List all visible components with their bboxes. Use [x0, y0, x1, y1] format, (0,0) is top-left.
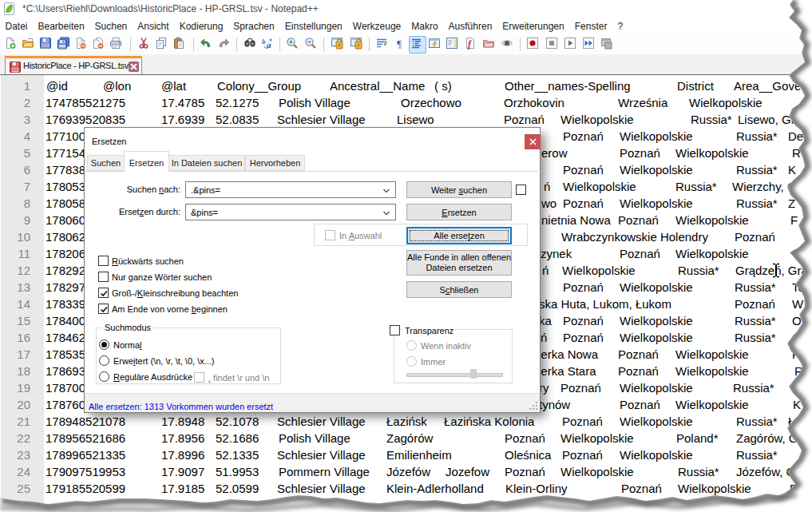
editor-cell: Lisewo	[397, 111, 434, 128]
menu-einstellungen[interactable]: Einstellungen	[279, 18, 347, 35]
redo-icon[interactable]	[217, 37, 232, 51]
replace-button[interactable]: Ersetzen	[406, 204, 512, 220]
menu-suchen[interactable]: Suchen	[89, 18, 133, 35]
menu-bar: DateiBearbeitenSuchenAnsichtKodierungSpr…	[0, 18, 812, 35]
editor-cell: Wielkopolskie	[675, 346, 749, 363]
combo-chevron-icon[interactable]	[383, 210, 390, 216]
search-mode-radio[interactable]	[99, 371, 109, 382]
tab-close-icon[interactable]	[129, 62, 139, 72]
sync-vertical-icon[interactable]	[331, 37, 345, 51]
in-selection-checkbox[interactable]	[325, 230, 335, 240]
macro-record-icon[interactable]	[526, 37, 541, 51]
find-next-button[interactable]: Weiter suchen	[406, 181, 512, 198]
editor-cell: Poznań	[560, 379, 601, 396]
editor-cell: Poland*	[676, 430, 719, 447]
folder-workspace-icon[interactable]	[482, 37, 497, 51]
indent-guide-icon[interactable]	[409, 36, 426, 54]
find-icon[interactable]	[244, 37, 258, 51]
macro-save-icon[interactable]	[600, 37, 614, 51]
find-what-combo[interactable]: .&pins=	[185, 181, 396, 198]
copy-icon[interactable]	[155, 37, 169, 51]
editor-cell: 17.8948	[161, 413, 204, 430]
dialog-close-button[interactable]	[525, 134, 541, 149]
editor-cell: Poznań	[620, 396, 660, 413]
menu-erweiterungen[interactable]: Erweiterungen	[497, 18, 569, 35]
menu-fenster[interactable]: Fenster	[569, 18, 612, 35]
replace-all-open-docs-button[interactable]: Alle Funde in allen offenen Dateien erse…	[406, 250, 512, 276]
editor-cell: Łazińska Kolonia	[444, 413, 534, 430]
editor-cell: Orzechowo	[401, 94, 461, 111]
zoom-in-icon[interactable]	[286, 37, 300, 51]
menu-ansicht[interactable]: Ansicht	[133, 18, 174, 35]
editor-cell: 52.1275	[216, 94, 259, 111]
editor-cell: Wielkopolskie	[620, 195, 693, 212]
transparency-checkbox[interactable]	[390, 325, 400, 335]
dialog-tab-in-dateien-suchen[interactable]: In Dateien suchen	[168, 155, 245, 171]
option-checkbox[interactable]	[98, 288, 109, 298]
open-file-icon[interactable]	[22, 37, 36, 51]
save-icon[interactable]	[39, 37, 53, 51]
close-all-icon[interactable]	[92, 37, 106, 51]
word-wrap-icon[interactable]	[375, 37, 390, 51]
sync-horizontal-icon[interactable]	[350, 37, 364, 51]
search-mode-radio[interactable]	[99, 355, 109, 366]
editor-cell: Schlesier Village	[277, 111, 366, 128]
editor-cell: Zagórów, G	[736, 430, 798, 447]
transparency-slider-track[interactable]	[406, 373, 503, 377]
menu-bearbeiten[interactable]: Bearbeiten	[33, 18, 89, 35]
show-all-characters-icon[interactable]: ¶	[394, 37, 409, 51]
macro-play-icon[interactable]	[564, 37, 578, 51]
print-icon[interactable]	[109, 37, 124, 51]
editor-cell: P	[790, 480, 798, 497]
editor-cell: Z	[788, 195, 795, 212]
cut-icon[interactable]	[137, 37, 152, 51]
combo-chevron-icon[interactable]	[383, 188, 390, 194]
transparency-on-losing-focus-radio[interactable]	[406, 340, 417, 351]
search-mode-radio[interactable]	[99, 339, 109, 350]
dialog-tab-ersetzen[interactable]: Ersetzen	[124, 151, 169, 172]
tab-historicplace[interactable]: HistoricPlace - HP-GRSL.tsv	[5, 56, 142, 75]
paste-icon[interactable]	[172, 37, 187, 51]
swap-checkbox[interactable]	[516, 185, 526, 195]
menu-ausfhren[interactable]: Ausführen	[443, 18, 497, 35]
close-button[interactable]: Schließen	[406, 281, 512, 298]
close-file-icon[interactable]	[74, 37, 89, 51]
editor-cell: Ancestral__Name	[330, 77, 425, 94]
editor-cell: Wielkopolskie	[560, 463, 634, 480]
menu-makro[interactable]: Makro	[406, 18, 443, 35]
document-tab-bar: HistoricPlace - HP-GRSL.tsv	[0, 54, 812, 75]
save-all-icon[interactable]	[57, 37, 71, 51]
transparency-always-radio[interactable]	[406, 356, 417, 367]
resize-grip-icon[interactable]	[528, 400, 538, 411]
menu-werkzeuge[interactable]: Werkzeuge	[347, 18, 406, 35]
toolbar: ba¶f	[0, 35, 812, 54]
menu-?[interactable]: ?	[612, 18, 628, 35]
dot-matches-newline-label: . findet \r und \n	[208, 373, 269, 383]
monitoring-icon[interactable]	[501, 37, 515, 51]
dialog-tab-hervorheben[interactable]: Hervorheben	[245, 155, 305, 171]
new-file-icon[interactable]	[4, 37, 18, 51]
menu-sprachen[interactable]: Sprachen	[228, 18, 279, 35]
function-list-icon[interactable]: f	[464, 37, 478, 51]
undo-icon[interactable]	[200, 37, 214, 51]
replace-all-button[interactable]: Alle ersetzen	[406, 227, 512, 244]
option-checkbox[interactable]	[98, 304, 109, 314]
option-checkbox[interactable]	[98, 272, 109, 282]
editor-cell: Poznań	[562, 413, 603, 430]
editor-cell: Łazińsk	[386, 413, 427, 430]
shortcut-mapper-icon[interactable]	[428, 37, 442, 51]
editor-cell: To	[792, 279, 805, 296]
dialog-tab-suchen[interactable]: Suchen	[87, 155, 125, 171]
option-checkbox[interactable]	[98, 256, 109, 266]
dot-matches-newline-checkbox[interactable]	[194, 372, 204, 383]
editor-cell: 179185520599	[46, 480, 125, 497]
replace-with-combo[interactable]: &pins=	[185, 204, 396, 220]
macro-stop-icon[interactable]	[545, 37, 560, 51]
transparency-slider-thumb[interactable]	[470, 369, 477, 379]
macro-run-multiple-icon[interactable]	[582, 37, 596, 51]
replace-icon[interactable]: ba	[261, 37, 275, 51]
zoom-out-icon[interactable]	[304, 37, 319, 51]
document-map-icon[interactable]	[446, 37, 460, 51]
menu-kodierung[interactable]: Kodierung	[174, 18, 228, 35]
menu-datei[interactable]: Datei	[0, 18, 33, 35]
